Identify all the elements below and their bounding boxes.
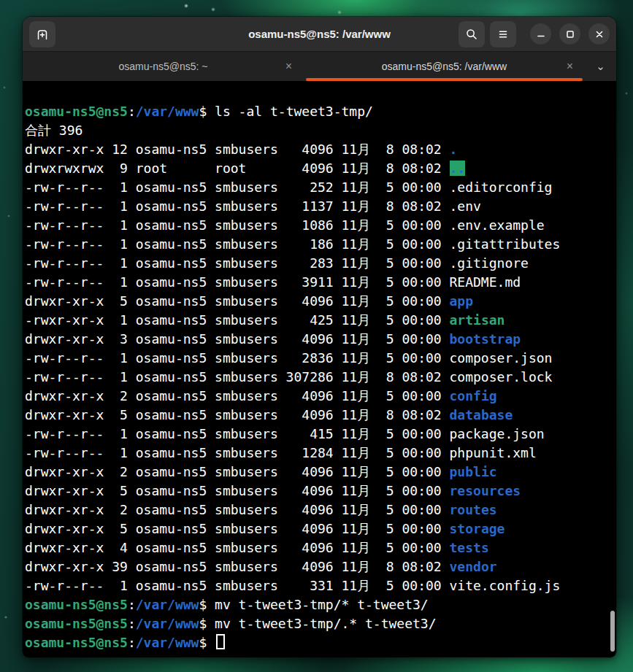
terminal-text-segment: -rwxr-xr-x 1 osamu-ns5 smbusers 425 11月 … bbox=[25, 312, 450, 328]
terminal-line: drwxr-xr-x 5 osamu-ns5 smbusers 4096 11月… bbox=[25, 520, 616, 538]
terminal-text-segment: tests bbox=[450, 540, 489, 555]
terminal-text-segment: drwxr-xr-x 4 osamu-ns5 smbusers 4096 11月… bbox=[25, 540, 450, 555]
terminal-line: -rw-r--r-- 1 osamu-ns5 smbusers 1137 11月… bbox=[25, 197, 616, 216]
terminal-text-segment: -rw-r--r-- 1 osamu-ns5 smbusers 307286 1… bbox=[25, 369, 552, 385]
terminal-text-segment: /var/www bbox=[136, 597, 199, 612]
maximize-button[interactable] bbox=[559, 23, 580, 45]
terminal-text-segment: drwxrwxrwx 9 root root 4096 11月 8 08:02 bbox=[25, 161, 450, 176]
terminal-output: osamu-ns5@ns5:/var/www$ ls -al t-tweet3-… bbox=[25, 102, 616, 652]
terminal-text-segment: drwxr-xr-x 12 osamu-ns5 smbusers 4096 11… bbox=[25, 142, 450, 157]
search-button[interactable] bbox=[459, 21, 485, 47]
close-icon: × bbox=[285, 60, 292, 72]
terminal-text-segment: drwxr-xr-x 2 osamu-ns5 smbusers 4096 11月… bbox=[25, 502, 450, 517]
terminal-line: osamu-ns5@ns5:/var/www$ mv t-tweet3-tmp/… bbox=[25, 595, 616, 614]
terminal-line: drwxr-xr-x 5 osamu-ns5 smbusers 4096 11月… bbox=[25, 482, 616, 501]
terminal[interactable]: osamu-ns5@ns5:/var/www$ ls -al t-tweet3-… bbox=[23, 81, 616, 657]
terminal-text-segment: -rw-r--r-- 1 osamu-ns5 smbusers 186 11月 … bbox=[25, 236, 560, 252]
new-tab-icon bbox=[36, 28, 49, 41]
terminal-text-segment: -rw-r--r-- 1 osamu-ns5 smbusers 283 11月 … bbox=[25, 255, 529, 271]
maximize-icon bbox=[564, 28, 576, 40]
close-icon: × bbox=[567, 60, 573, 72]
terminal-line: -rw-r--r-- 1 osamu-ns5 smbusers 1086 11月… bbox=[25, 216, 616, 235]
terminal-text-segment: drwxr-xr-x 5 osamu-ns5 smbusers 4096 11月… bbox=[25, 483, 450, 498]
terminal-text-segment: drwxr-xr-x 2 osamu-ns5 smbusers 4096 11月… bbox=[25, 464, 450, 479]
terminal-text-segment: -rw-r--r-- 1 osamu-ns5 smbusers 1086 11月… bbox=[25, 217, 545, 233]
terminal-line: -rw-r--r-- 1 osamu-ns5 smbusers 3911 11月… bbox=[25, 273, 616, 292]
terminal-text-segment: $ mv t-tweet3-tmp/.* t-tweet3/ bbox=[199, 616, 436, 631]
close-button[interactable] bbox=[588, 23, 610, 45]
terminal-text-segment: vendor bbox=[450, 559, 497, 574]
minimize-button[interactable] bbox=[530, 23, 551, 45]
terminal-text-segment: -rw-r--r-- 1 osamu-ns5 smbusers 415 11月 … bbox=[25, 426, 545, 441]
tab-overflow-button[interactable]: ⌄ bbox=[585, 52, 616, 81]
tab-close-button[interactable]: × bbox=[285, 61, 292, 72]
terminal-text-segment: : bbox=[128, 104, 136, 119]
window-controls bbox=[530, 23, 610, 45]
terminal-line: -rw-r--r-- 1 osamu-ns5 smbusers 186 11月 … bbox=[25, 235, 616, 254]
terminal-text-segment: osamu-ns5@ns5 bbox=[25, 597, 128, 612]
terminal-line: drwxr-xr-x 39 osamu-ns5 smbusers 4096 11… bbox=[25, 557, 616, 576]
terminal-text-segment: /var/www bbox=[136, 635, 199, 650]
titlebar: osamu-ns5@ns5: /var/www bbox=[23, 17, 616, 52]
terminal-text-segment: 合計 396 bbox=[25, 123, 83, 138]
terminal-text-segment: drwxr-xr-x 2 osamu-ns5 smbusers 4096 11月… bbox=[25, 388, 450, 403]
terminal-text-segment: resources bbox=[450, 483, 521, 498]
terminal-line: -rw-r--r-- 1 osamu-ns5 smbusers 1284 11月… bbox=[25, 444, 616, 463]
terminal-line: drwxr-xr-x 2 osamu-ns5 smbusers 4096 11月… bbox=[25, 463, 616, 482]
terminal-text-segment: /var/www bbox=[136, 104, 199, 119]
terminal-text-segment: bootstrap bbox=[450, 331, 521, 347]
terminal-text-segment: -rw-r--r-- 1 osamu-ns5 smbusers 331 11月 … bbox=[25, 578, 560, 593]
terminal-line: osamu-ns5@ns5:/var/www$ bbox=[25, 633, 616, 652]
tab-var-www[interactable]: osamu-ns5@ns5: /var/www × bbox=[304, 52, 585, 81]
chevron-down-icon: ⌄ bbox=[596, 60, 605, 73]
terminal-line: drwxr-xr-x 2 osamu-ns5 smbusers 4096 11月… bbox=[25, 501, 616, 520]
tab-close-button[interactable]: × bbox=[567, 61, 573, 72]
terminal-line: -rw-r--r-- 1 osamu-ns5 smbusers 307286 1… bbox=[25, 368, 616, 387]
terminal-text-segment: storage bbox=[450, 521, 505, 536]
terminal-text-segment: routes bbox=[450, 502, 497, 517]
terminal-line: drwxr-xr-x 12 osamu-ns5 smbusers 4096 11… bbox=[25, 140, 616, 159]
tab-home[interactable]: osamu-ns5@ns5: ~ × bbox=[23, 52, 304, 81]
terminal-text-segment: $ mv t-tweet3-tmp/* t-tweet3/ bbox=[199, 597, 428, 612]
terminal-text-segment: drwxr-xr-x 5 osamu-ns5 smbusers 4096 11月… bbox=[25, 407, 450, 422]
terminal-text-segment: : bbox=[128, 616, 136, 631]
terminal-line: osamu-ns5@ns5:/var/www$ ls -al t-tweet3-… bbox=[25, 102, 616, 121]
terminal-text-segment: : bbox=[128, 635, 136, 650]
terminal-text-segment: osamu-ns5@ns5 bbox=[25, 635, 128, 650]
terminal-text-segment: public bbox=[450, 464, 497, 479]
terminal-text-segment: . bbox=[450, 142, 458, 157]
terminal-line: osamu-ns5@ns5:/var/www$ mv t-tweet3-tmp/… bbox=[25, 614, 616, 633]
terminal-text-segment: $ bbox=[199, 635, 215, 650]
terminal-text-segment: app bbox=[450, 293, 474, 309]
new-tab-button[interactable] bbox=[29, 21, 55, 47]
terminal-text-segment: -rw-r--r-- 1 osamu-ns5 smbusers 2836 11月… bbox=[25, 350, 552, 366]
terminal-line: drwxr-xr-x 5 osamu-ns5 smbusers 4096 11月… bbox=[25, 292, 616, 311]
tab-bar: osamu-ns5@ns5: ~ × osamu-ns5@ns5: /var/w… bbox=[23, 52, 616, 81]
search-icon bbox=[465, 28, 478, 41]
terminal-text-segment: .. bbox=[450, 161, 466, 176]
tab-label: osamu-ns5@ns5: ~ bbox=[119, 61, 208, 72]
terminal-text-segment: drwxr-xr-x 5 osamu-ns5 smbusers 4096 11月… bbox=[25, 521, 450, 536]
menu-button[interactable] bbox=[490, 21, 516, 47]
terminal-window: osamu-ns5@ns5: /var/www bbox=[22, 16, 617, 658]
terminal-text-segment: $ ls -al t-tweet3-tmp/ bbox=[199, 104, 372, 119]
terminal-cursor bbox=[216, 634, 225, 649]
terminal-line: -rw-r--r-- 1 osamu-ns5 smbusers 2836 11月… bbox=[25, 349, 616, 368]
tab-label: osamu-ns5@ns5: /var/www bbox=[382, 61, 507, 72]
terminal-text-segment: artisan bbox=[450, 312, 505, 328]
terminal-text-segment: config bbox=[450, 388, 497, 403]
terminal-text-segment: osamu-ns5@ns5 bbox=[25, 104, 128, 119]
terminal-text-segment: osamu-ns5@ns5 bbox=[25, 616, 128, 631]
menu-icon bbox=[496, 28, 510, 41]
scrollbar-thumb[interactable] bbox=[610, 611, 615, 652]
terminal-line: drwxr-xr-x 2 osamu-ns5 smbusers 4096 11月… bbox=[25, 387, 616, 406]
terminal-line: -rw-r--r-- 1 osamu-ns5 smbusers 283 11月 … bbox=[25, 254, 616, 273]
terminal-text-segment: drwxr-xr-x 5 osamu-ns5 smbusers 4096 11月… bbox=[25, 293, 450, 309]
terminal-line: -rw-r--r-- 1 osamu-ns5 smbusers 252 11月 … bbox=[25, 178, 616, 197]
terminal-line: -rw-r--r-- 1 osamu-ns5 smbusers 331 11月 … bbox=[25, 576, 616, 595]
terminal-text-segment: -rw-r--r-- 1 osamu-ns5 smbusers 1284 11月… bbox=[25, 445, 537, 460]
terminal-line: drwxr-xr-x 5 osamu-ns5 smbusers 4096 11月… bbox=[25, 406, 616, 425]
terminal-text-segment: /var/www bbox=[136, 616, 199, 631]
minimize-icon bbox=[535, 28, 547, 40]
terminal-text-segment: drwxr-xr-x 3 osamu-ns5 smbusers 4096 11月… bbox=[25, 331, 450, 347]
